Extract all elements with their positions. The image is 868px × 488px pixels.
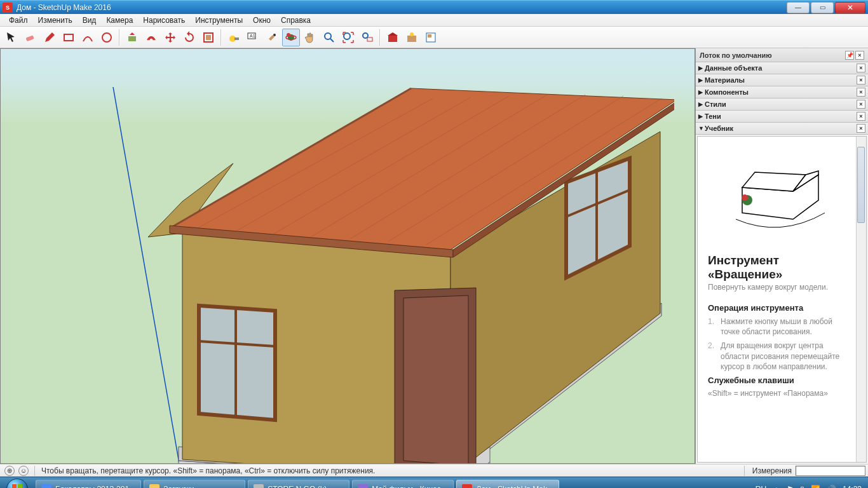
offset-tool[interactable] bbox=[142, 29, 160, 46]
chevron-right-icon: ▶ bbox=[698, 77, 705, 83]
svg-marker-20 bbox=[388, 32, 398, 36]
status-bar: ⊕ ☺ Чтобы вращать, перетащите курсор. «S… bbox=[0, 464, 868, 477]
pushpull-tool[interactable] bbox=[123, 29, 141, 46]
panel-2[interactable]: ▶Компоненты× bbox=[696, 86, 868, 98]
zoom-extents-tool[interactable] bbox=[339, 29, 357, 46]
svg-rect-17 bbox=[367, 37, 372, 41]
svg-point-18 bbox=[363, 33, 368, 38]
panel-5[interactable]: ▼Учебник× bbox=[696, 123, 868, 135]
panel-1[interactable]: ▶Материалы× bbox=[696, 74, 868, 86]
svg-line-15 bbox=[330, 39, 334, 42]
svg-point-13 bbox=[287, 33, 290, 37]
panel-close-icon[interactable]: × bbox=[857, 124, 865, 133]
zoom-tool[interactable] bbox=[320, 29, 338, 46]
tray-title: Лоток по умолчанию 📌 × bbox=[696, 48, 868, 62]
panel-close-icon[interactable]: × bbox=[857, 64, 865, 72]
instructor-title: Инструмент «Вращение» bbox=[708, 254, 852, 281]
menu-инструменты[interactable]: Инструменты bbox=[190, 15, 248, 26]
scrollbar-thumb[interactable] bbox=[857, 147, 865, 223]
task-sketchup[interactable]: Дом - SketchUp Mak... bbox=[456, 480, 559, 489]
status-hint: Чтобы вращать, перетащите курсор. «Shift… bbox=[39, 466, 740, 475]
tape-tool[interactable] bbox=[225, 29, 243, 46]
menu-bar: ФайлИзменитьВидКамераНарисоватьИнструмен… bbox=[0, 14, 868, 27]
scale-tool[interactable] bbox=[200, 29, 217, 46]
panel-3[interactable]: ▶Стили× bbox=[696, 98, 868, 111]
arc-tool[interactable] bbox=[79, 29, 97, 46]
menu-вид[interactable]: Вид bbox=[78, 15, 102, 26]
svg-rect-58 bbox=[18, 484, 22, 489]
move-tool[interactable] bbox=[161, 29, 179, 46]
panel-close-icon[interactable]: × bbox=[857, 76, 865, 85]
step-1: 1.Нажмите кнопку мыши в любой точке обла… bbox=[708, 316, 852, 337]
svg-rect-5 bbox=[206, 35, 211, 40]
task-drive[interactable]: STORE N GO (I:) bbox=[248, 480, 349, 489]
menu-файл[interactable]: Файл bbox=[4, 15, 33, 26]
sketchup-icon bbox=[462, 484, 472, 489]
chevron-right-icon: ▶ bbox=[698, 113, 705, 119]
menu-справка[interactable]: Справка bbox=[276, 15, 316, 26]
eraser-tool[interactable] bbox=[22, 29, 39, 46]
scrollbar[interactable] bbox=[856, 137, 866, 462]
svg-rect-0 bbox=[25, 35, 34, 41]
panel-0[interactable]: ▶Данные объекта× bbox=[696, 62, 868, 74]
3d-viewport[interactable] bbox=[0, 48, 695, 464]
geo-icon[interactable]: ⊕ bbox=[4, 466, 15, 476]
flag-icon[interactable]: ⚑ bbox=[787, 485, 794, 489]
menu-окно[interactable]: Окно bbox=[248, 15, 276, 26]
select-tool[interactable] bbox=[3, 29, 20, 46]
person-icon[interactable]: ☺ bbox=[18, 466, 29, 476]
app-icon: S bbox=[3, 3, 13, 13]
text-tool[interactable]: A1 bbox=[244, 29, 262, 46]
measurements-input[interactable] bbox=[796, 466, 865, 476]
instructor-panel: Инструмент «Вращение» Повернуть камеру в… bbox=[697, 136, 867, 463]
svg-point-56 bbox=[742, 194, 748, 201]
panel-4[interactable]: ▶Тени× bbox=[696, 111, 868, 123]
pan-tool[interactable] bbox=[301, 29, 319, 46]
volume-icon[interactable]: 🔊 bbox=[827, 485, 836, 489]
zoom-window-tool[interactable] bbox=[358, 29, 376, 46]
language-indicator[interactable]: RU bbox=[756, 485, 766, 489]
start-button[interactable] bbox=[0, 477, 34, 489]
task-folder[interactable]: Загрузки bbox=[144, 480, 245, 489]
layout-tool[interactable] bbox=[422, 29, 440, 46]
svg-rect-1 bbox=[64, 34, 73, 41]
menu-изменить[interactable]: Изменить bbox=[33, 15, 78, 26]
orbit-tool[interactable] bbox=[282, 29, 300, 46]
svg-rect-7 bbox=[234, 37, 239, 40]
network-icon[interactable]: 📶 bbox=[811, 485, 820, 489]
default-tray: Лоток по умолчанию 📌 × ▶Данные объекта×▶… bbox=[695, 48, 868, 464]
instructor-subtitle: Повернуть камеру вокруг модели. bbox=[708, 283, 852, 292]
windows-logo-icon bbox=[11, 484, 23, 489]
rotate-tool[interactable] bbox=[180, 29, 198, 46]
rectangle-tool[interactable] bbox=[60, 29, 78, 46]
tray-close-icon[interactable]: × bbox=[855, 51, 864, 60]
extensions-tool[interactable] bbox=[403, 29, 421, 46]
battery-icon[interactable]: ▯ bbox=[800, 485, 804, 489]
chevron-right-icon: ▶ bbox=[698, 89, 705, 95]
paint-tool[interactable] bbox=[263, 29, 281, 46]
chevron-up-icon[interactable]: ▲ bbox=[773, 485, 780, 489]
menu-камера[interactable]: Камера bbox=[101, 15, 138, 26]
svg-point-22 bbox=[410, 32, 414, 36]
panel-close-icon[interactable]: × bbox=[857, 88, 865, 97]
panel-close-icon[interactable]: × bbox=[857, 100, 865, 109]
chevron-down-icon: ▼ bbox=[698, 125, 705, 132]
svg-rect-19 bbox=[388, 36, 397, 42]
task-movie[interactable]: Мой фильм - Кинос... bbox=[352, 480, 454, 489]
pencil-tool[interactable] bbox=[41, 29, 58, 46]
minimize-button[interactable]: — bbox=[787, 2, 810, 13]
pin-icon[interactable]: 📌 bbox=[845, 51, 854, 60]
clock[interactable]: 14:23 bbox=[843, 485, 862, 489]
warehouse-tool[interactable] bbox=[384, 29, 402, 46]
circle-tool[interactable] bbox=[98, 29, 116, 46]
panel-close-icon[interactable]: × bbox=[857, 112, 865, 121]
work-area: Лоток по умолчанию 📌 × ▶Данные объекта×▶… bbox=[0, 48, 868, 464]
maximize-button[interactable]: ▭ bbox=[811, 2, 834, 13]
task-chrome[interactable]: Бакалавры 2013-201... bbox=[36, 480, 141, 489]
tray-title-label: Лоток по умолчанию bbox=[700, 51, 772, 59]
measurements-label: Измерения bbox=[749, 466, 796, 475]
chrome-icon bbox=[41, 484, 51, 489]
svg-text:A1: A1 bbox=[250, 34, 255, 38]
menu-нарисовать[interactable]: Нарисовать bbox=[138, 15, 190, 26]
close-button[interactable]: ✕ bbox=[835, 2, 865, 13]
